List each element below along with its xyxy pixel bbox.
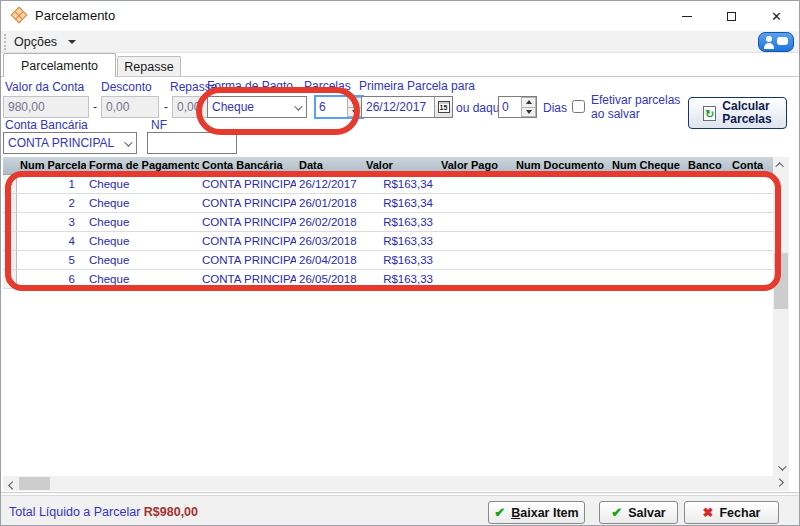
- cell-num-cheque: [609, 232, 685, 250]
- arrow-left-icon: [8, 481, 16, 489]
- maximize-icon: [727, 12, 736, 21]
- cell-num-parcela: 5: [17, 251, 86, 269]
- calculate-refresh-icon: ↻: [703, 106, 716, 121]
- cell-conta: [729, 232, 771, 250]
- cell-valor-pago: [438, 270, 513, 288]
- arrow-down-icon: [526, 110, 532, 114]
- cell-valor-pago: [438, 232, 513, 250]
- vertical-scrollbar[interactable]: [773, 157, 789, 476]
- arrow-right-icon: [775, 478, 783, 486]
- fechar-button[interactable]: ✖ Fechar: [684, 501, 779, 524]
- stepper-up-button[interactable]: [521, 97, 536, 108]
- baixar-item-button[interactable]: ✔ Baixar Item: [488, 501, 585, 524]
- scroll-right-button[interactable]: [773, 476, 789, 491]
- table-row[interactable]: 4ChequeCONTA PRINCIPA26/03/2018R$163,33: [3, 232, 773, 251]
- nf-label: NF: [151, 118, 167, 132]
- cell-num-documento: [513, 251, 609, 269]
- cell-num-cheque: [609, 175, 685, 193]
- cell-num-cheque: [609, 251, 685, 269]
- forma-pagto-select[interactable]: Cheque: [207, 96, 307, 118]
- tab-parcelamento[interactable]: Parcelamento: [3, 53, 116, 77]
- cell-conta: [729, 194, 771, 212]
- menu-opcoes[interactable]: Opções: [14, 31, 76, 53]
- current-row-indicator: [3, 270, 17, 288]
- scroll-left-button[interactable]: [3, 476, 19, 491]
- horizontal-scrollbar[interactable]: [3, 476, 789, 491]
- horizontal-scroll-thumb[interactable]: [19, 477, 50, 490]
- cell-num-documento: [513, 232, 609, 250]
- cell-num-parcela: 6: [17, 270, 86, 288]
- conta-bancaria-select[interactable]: CONTA PRINCIPAL: [3, 132, 137, 154]
- column-header: Forma de Pagamento: [86, 157, 199, 174]
- dias-stepper[interactable]: [498, 96, 537, 118]
- salvar-button[interactable]: ✔ Salvar: [599, 501, 678, 524]
- stepper-up-button[interactable]: [347, 97, 362, 108]
- calendar-picker-button[interactable]: 15: [434, 97, 452, 117]
- close-button[interactable]: ✕: [754, 1, 799, 31]
- calendar-icon: 15: [438, 101, 450, 113]
- valor-da-conta-field[interactable]: [3, 96, 89, 118]
- total-liquido-value: R$980,00: [144, 505, 198, 519]
- cell-valor-pago: [438, 251, 513, 269]
- toolbar: Opções: [1, 31, 799, 53]
- conta-bancaria-value: CONTA PRINCIPAL: [8, 136, 114, 150]
- maximize-button[interactable]: [709, 1, 754, 31]
- chevron-down-icon: [294, 102, 302, 110]
- table-row[interactable]: 6ChequeCONTA PRINCIPA26/05/2018R$163,33: [3, 270, 773, 289]
- table-row[interactable]: 2ChequeCONTA PRINCIPA26/01/2018R$163,34: [3, 194, 773, 213]
- efetivar-label-line2: ao salvar: [591, 107, 680, 121]
- efetivar-checkbox[interactable]: [572, 100, 585, 113]
- cell-num-cheque: [609, 270, 685, 288]
- cell-conta: [729, 270, 771, 288]
- efetivar-label-line1: Efetivar parcelas: [591, 93, 680, 107]
- stepper-down-button[interactable]: [347, 108, 362, 118]
- toolbar-grip-handle[interactable]: [4, 34, 7, 50]
- nf-field[interactable]: [147, 132, 237, 154]
- tab-repasse[interactable]: Repasse: [117, 56, 181, 77]
- user-icon-body: [764, 43, 774, 49]
- user-chat-button[interactable]: [758, 32, 794, 52]
- app-diamond-icon: [11, 7, 28, 24]
- total-liquido-label: Total Líquido a Parcelar: [9, 505, 144, 519]
- stepper-buttons: [521, 97, 536, 117]
- check-icon: ✔: [611, 506, 622, 519]
- close-icon: ✕: [771, 10, 782, 23]
- chevron-down-icon: [124, 138, 132, 146]
- calcular-parcelas-button[interactable]: ↻ Calcular Parcelas: [688, 97, 787, 129]
- cell-conta-bancaria: CONTA PRINCIPA: [199, 213, 296, 231]
- cell-conta: [729, 175, 771, 193]
- column-header: Conta: [729, 157, 771, 174]
- parcelas-input[interactable]: [316, 97, 347, 117]
- cell-num-documento: [513, 213, 609, 231]
- column-header: Valor: [363, 157, 438, 174]
- primeira-parcela-date-field[interactable]: 26/12/2017 15: [361, 96, 453, 118]
- dias-input[interactable]: [499, 97, 521, 117]
- title-bar: Parcelamento ✕: [1, 1, 799, 31]
- scroll-down-button[interactable]: [773, 460, 789, 476]
- x-close-icon: ✖: [703, 506, 714, 519]
- vertical-scroll-thumb[interactable]: [774, 253, 788, 309]
- table-row[interactable]: 5ChequeCONTA PRINCIPA26/04/2018R$163,33: [3, 251, 773, 270]
- table-row[interactable]: ►1ChequeCONTA PRINCIPA26/12/2017R$163,34: [3, 175, 773, 194]
- cell-valor: R$163,34: [363, 194, 438, 212]
- cell-num-documento: [513, 270, 609, 288]
- cell-num-parcela: 2: [17, 194, 86, 212]
- separator-dash: -: [93, 100, 97, 114]
- cell-data: 26/02/2018: [296, 213, 363, 231]
- cell-num-parcela: 1: [17, 175, 86, 193]
- arrow-up-icon: [775, 162, 783, 170]
- window-controls: ✕: [664, 1, 799, 31]
- table-row[interactable]: 3ChequeCONTA PRINCIPA26/02/2018R$163,33: [3, 213, 773, 232]
- grid-indicator-spacer: [3, 157, 17, 174]
- current-row-indicator: [3, 194, 17, 212]
- parcelas-label: Parcelas: [304, 79, 351, 93]
- desconto-field[interactable]: [101, 96, 159, 118]
- cell-forma-pagamento: Cheque: [86, 194, 199, 212]
- scroll-up-button[interactable]: [773, 157, 789, 173]
- minimize-button[interactable]: [664, 1, 709, 31]
- stepper-down-button[interactable]: [521, 108, 536, 118]
- column-header: Num Documento: [513, 157, 609, 174]
- arrow-down-icon: [352, 110, 358, 114]
- parcelas-stepper[interactable]: [314, 95, 364, 119]
- cell-valor: R$163,33: [363, 232, 438, 250]
